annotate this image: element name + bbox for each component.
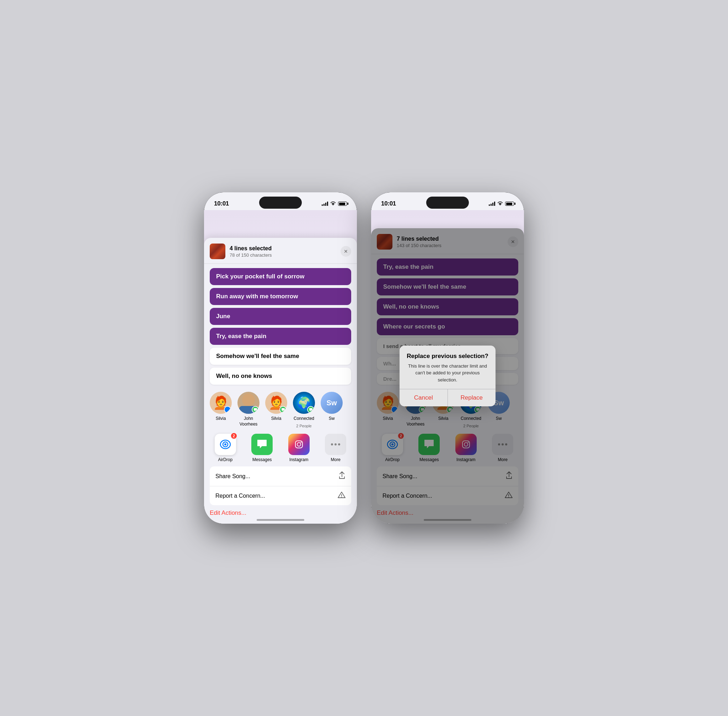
contact-name-connected-1: Connected [294, 416, 314, 422]
battery-icon-2 [505, 202, 514, 206]
svg-point-1 [224, 443, 226, 446]
close-button-1[interactable]: ✕ [341, 246, 351, 257]
dynamic-island-2 [426, 197, 469, 209]
lines-selected-1: 4 lines selected [230, 245, 336, 252]
menu-share-label-1: Share Song... [215, 473, 250, 479]
home-indicator-1 [257, 519, 304, 521]
avatar-sw-1: Sw [321, 392, 343, 414]
contacts-scroll-1: 🧑‍🦰 Silvia [210, 392, 351, 428]
svg-point-6 [335, 443, 337, 446]
app-name-messages-1: Messages [252, 457, 272, 462]
status-icons-2 [489, 200, 514, 207]
alert-replace-button-2[interactable]: Replace [448, 389, 496, 407]
char-count-1: 78 of 150 characters [230, 252, 336, 258]
lyric-item-2[interactable]: Run away with me tomorrow [210, 288, 351, 305]
app-name-instagram-1: Instagram [289, 457, 308, 462]
share-icon-1 [338, 472, 346, 481]
status-time-1: 10:01 [214, 200, 229, 207]
status-icons-1 [322, 201, 347, 206]
messages-icon-1 [251, 434, 273, 455]
bottom-sheet-1: 4 lines selected 78 of 150 characters ✕ … [204, 238, 357, 524]
alert-overlay-2: Replace previous selection? This line is… [371, 228, 524, 524]
alert-dialog-2: Replace previous selection? This line is… [400, 346, 496, 407]
edit-actions-1: Edit Actions... [204, 505, 357, 517]
phone-2: 10:01 [371, 192, 524, 524]
instagram-icon-1 [288, 434, 309, 455]
contact-name-john-1: John Voorhees [240, 416, 258, 427]
wifi-icon-2 [497, 200, 503, 207]
battery-icon-1 [338, 202, 347, 206]
contact-name-silvia-2: Silvia [271, 416, 282, 422]
sheet-background-2: 7 lines selected 143 of 150 characters ✕… [371, 210, 524, 524]
bottom-sheet-2: 7 lines selected 143 of 150 characters ✕… [371, 228, 524, 524]
svg-point-5 [331, 443, 333, 446]
contact-sw-1[interactable]: Sw Sw [321, 392, 343, 428]
avatar-connected-1: 🌍 [293, 392, 315, 414]
lyric-item-5[interactable]: Somehow we'll feel the same [210, 348, 351, 365]
alert-cancel-button-2[interactable]: Cancel [400, 389, 448, 407]
menu-share-song-1[interactable]: Share Song... [210, 466, 351, 486]
contact-john-1[interactable]: John Voorhees [237, 392, 259, 428]
app-name-more-1: More [331, 457, 341, 462]
contact-sub-connected-1: 2 People [296, 424, 311, 428]
app-airdrop-1[interactable]: 2 AirDrop [215, 434, 236, 462]
phone-2-screen: 10:01 [371, 192, 524, 524]
avatar-silvia-1: 🧑‍🦰 [210, 392, 232, 414]
apps-row-1: 2 AirDrop [210, 434, 351, 462]
more-icon-1 [325, 434, 346, 455]
airdrop-badge-1: 2 [231, 432, 237, 439]
svg-point-3 [297, 443, 301, 446]
signal-icon [322, 202, 328, 206]
lyrics-list-1: Pick your pocket full of sorrow Run away… [204, 264, 357, 389]
menu-report-label-1: Report a Concern... [215, 493, 265, 499]
app-more-1[interactable]: More [325, 434, 346, 462]
warning-icon-1 [338, 491, 346, 500]
alert-message-2: This line is over the character limit an… [405, 363, 490, 384]
contacts-section-1: 🧑‍🦰 Silvia [204, 389, 357, 429]
app-name-airdrop-1: AirDrop [218, 457, 232, 462]
message-badge-john-1 [252, 406, 259, 413]
app-instagram-1[interactable]: Instagram [288, 434, 309, 462]
alert-buttons-2: Cancel Replace [400, 389, 496, 407]
svg-point-4 [300, 442, 302, 443]
svg-point-7 [338, 443, 340, 446]
album-art-1 [210, 244, 225, 259]
avatar-silvia-2: 🧑‍🦰 [265, 392, 287, 414]
lyric-item-1[interactable]: Pick your pocket full of sorrow [210, 268, 351, 285]
airdrop-icon-1: 2 [215, 434, 236, 455]
contact-silvia-1[interactable]: 🧑‍🦰 Silvia [210, 392, 232, 428]
sheet-background-1: 4 lines selected 78 of 150 characters ✕ … [204, 210, 357, 524]
lyric-item-6[interactable]: Well, no one knows [210, 368, 351, 385]
contact-name-silvia-1: Silvia [216, 416, 226, 422]
wifi-icon-1 [330, 201, 336, 206]
svg-point-9 [341, 497, 342, 498]
alert-content-2: Replace previous selection? This line is… [400, 346, 496, 389]
dynamic-island [259, 197, 302, 209]
edit-actions-link-1[interactable]: Edit Actions... [210, 510, 246, 516]
menu-report-1[interactable]: Report a Concern... [210, 486, 351, 505]
phone-1: 10:01 [204, 192, 357, 524]
status-time-2: 10:01 [381, 200, 396, 207]
phone-1-screen: 10:01 [204, 192, 357, 524]
lyric-item-4[interactable]: Try, ease the pain [210, 328, 351, 345]
menu-section-1: Share Song... Report a Concern... [210, 466, 351, 505]
contact-silvia-2[interactable]: 🧑‍🦰 Silvia [265, 392, 287, 428]
apps-section-1: 2 AirDrop [204, 429, 357, 464]
header-text-1: 4 lines selected 78 of 150 characters [230, 245, 336, 258]
signal-icon-2 [489, 202, 495, 206]
lyric-item-3[interactable]: June [210, 308, 351, 325]
contact-connected-1[interactable]: 🌍 Connected 2 People [293, 392, 315, 428]
app-messages-1[interactable]: Messages [251, 434, 273, 462]
avatar-john-1 [237, 392, 259, 414]
home-indicator-2 [424, 519, 471, 521]
contact-name-sw-1: Sw [329, 416, 335, 422]
sheet-header-1: 4 lines selected 78 of 150 characters ✕ [204, 238, 357, 264]
alert-title-2: Replace previous selection? [405, 353, 490, 360]
